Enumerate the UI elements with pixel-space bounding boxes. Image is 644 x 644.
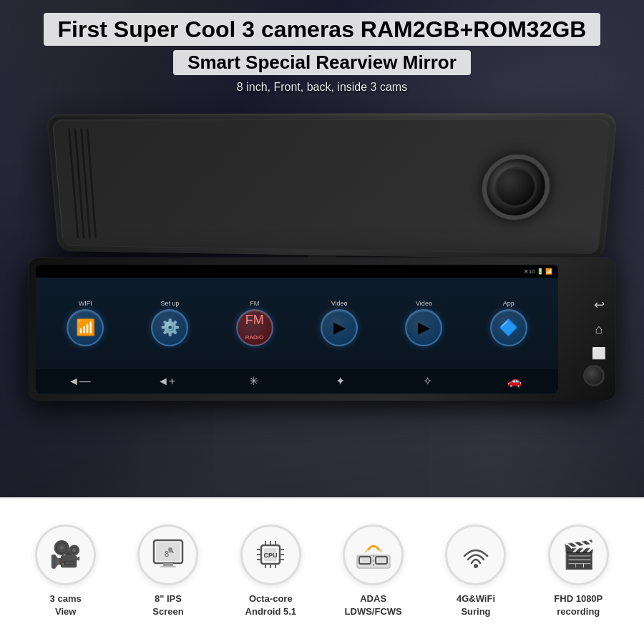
app-video2[interactable]: Video ▶ — [405, 300, 442, 346]
feature-3cams-text: 3 cams View — [50, 592, 82, 618]
car-btn[interactable]: 🚗 — [500, 374, 529, 388]
app-main[interactable]: App 🔷 — [490, 300, 527, 346]
svg-point-6 — [168, 547, 172, 552]
feature-ips-icon: 8" — [137, 525, 198, 585]
back-btn[interactable]: ↩ — [591, 297, 607, 313]
play-icon-1: ▶ — [333, 318, 346, 337]
touch-screen-icon: 8" — [150, 537, 186, 572]
status-icons: ✕10 🔋 📶 — [524, 268, 552, 275]
app-setup-label: Set up — [160, 300, 179, 307]
mirror-front: ✕10 🔋 📶 WIFI 📶 Set up ⚙ — [29, 258, 615, 401]
camera-icon: 🎥 — [49, 540, 82, 570]
app-setup[interactable]: Set up ⚙️ — [151, 300, 188, 346]
feature-wifi: 4G&WiFi Suring — [424, 525, 527, 618]
brightness1-btn[interactable]: ✳ — [239, 374, 268, 388]
apps-row: WIFI 📶 Set up ⚙️ FM — [36, 278, 558, 368]
svg-text:CPU: CPU — [264, 552, 278, 559]
home-btn[interactable]: ⌂ — [591, 321, 607, 337]
feature-ips-text: 8" IPS Screen — [152, 592, 183, 618]
mirror-back — [47, 113, 618, 260]
svg-rect-2 — [163, 563, 173, 566]
app-video2-label: Video — [416, 300, 432, 307]
feature-cpu-text: Octa-core Android 5.1 — [245, 592, 297, 618]
brightness2-btn[interactable]: ✦ — [326, 374, 355, 388]
bottom-controls: ◄— ◄+ ✳ ✦ ✧ 🚗 — [36, 368, 558, 394]
status-bar: ✕10 🔋 📶 — [36, 265, 558, 278]
app-wifi-btn[interactable]: 📶 — [67, 309, 104, 346]
feature-recording-text: FHD 1080P recording — [554, 592, 602, 618]
feature-recording: 🎬 FHD 1080P recording — [527, 525, 630, 618]
header-text: First Super Cool 3 cameras RAM2GB+ROM32G… — [0, 13, 644, 94]
apps-btn[interactable]: ⬜ — [591, 346, 607, 361]
app-video1-label: Video — [331, 300, 348, 307]
feature-adas: ADAS LDWS/FCWS — [322, 525, 424, 618]
feature-recording-icon: 🎬 — [548, 525, 609, 585]
wifi-icon — [457, 536, 494, 573]
app-fm[interactable]: FM FMRADIO — [236, 300, 273, 346]
title-line2: Smart Special Rearview Mirror — [173, 50, 471, 75]
app-fm-btn[interactable]: FMRADIO — [236, 309, 273, 346]
page-wrapper: First Super Cool 3 cameras RAM2GB+ROM32G… — [0, 0, 644, 644]
vol-down-btn[interactable]: ◄— — [65, 375, 94, 388]
brightness3-btn[interactable]: ✧ — [413, 374, 441, 388]
app-main-label: App — [503, 300, 514, 307]
svg-point-26 — [474, 564, 478, 568]
app-video1-btn[interactable]: ▶ — [321, 309, 358, 346]
features-strip: 🎥 3 cams View 8" — [0, 497, 644, 644]
title-line1: First Super Cool 3 cameras RAM2GB+ROM32G… — [44, 13, 601, 46]
feature-cpu-icon: CPU — [240, 525, 301, 585]
subtitle: 8 inch, Front, back, inside 3 cams — [0, 81, 644, 94]
feature-adas-text: ADAS LDWS/FCWS — [345, 592, 402, 618]
cpu-icon: CPU — [251, 535, 290, 574]
side-camera-lens — [583, 365, 605, 386]
wifi-icon: 📶 — [76, 318, 95, 337]
app-icon: 🔷 — [499, 318, 518, 337]
fm-icon: FMRADIO — [245, 313, 264, 343]
product-image-area: First Super Cool 3 cameras RAM2GB+ROM32G… — [0, 0, 644, 497]
app-wifi[interactable]: WIFI 📶 — [67, 300, 104, 346]
feature-ips: 8" 8" IPS Screen — [117, 525, 219, 618]
feature-wifi-text: 4G&WiFi Suring — [457, 592, 495, 618]
app-main-btn[interactable]: 🔷 — [490, 309, 527, 346]
feature-3cams: 🎥 3 cams View — [14, 525, 117, 618]
feature-adas-icon — [343, 525, 404, 585]
mirror-screen: ✕10 🔋 📶 WIFI 📶 Set up ⚙ — [36, 265, 558, 394]
app-video2-btn[interactable]: ▶ — [405, 309, 442, 346]
app-setup-btn[interactable]: ⚙️ — [151, 309, 188, 346]
svg-rect-3 — [160, 566, 176, 567]
play-icon-2: ▶ — [418, 318, 430, 337]
vol-up-btn[interactable]: ◄+ — [152, 375, 180, 388]
feature-wifi-icon — [445, 525, 506, 585]
feature-3cams-icon: 🎥 — [35, 525, 96, 585]
app-video1[interactable]: Video ▶ — [321, 300, 358, 346]
gear-icon: ⚙️ — [160, 318, 180, 337]
adas-icon — [354, 535, 393, 574]
video-camera-icon: 🎬 — [562, 539, 595, 570]
app-fm-label: FM — [250, 300, 259, 307]
app-wifi-label: WIFI — [79, 300, 92, 307]
back-camera-lens — [481, 155, 552, 220]
side-controls: ↩ ⌂ ⬜ — [591, 297, 607, 361]
feature-cpu: CPU — [220, 525, 322, 618]
